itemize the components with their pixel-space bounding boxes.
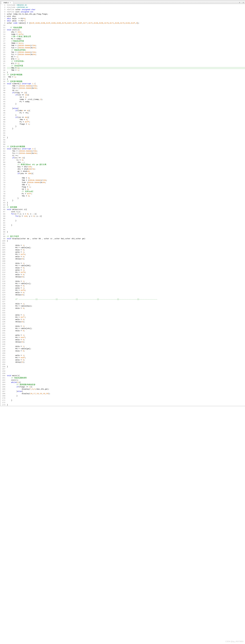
window-close-icon[interactable]: ✕ [242,2,245,4]
code-line[interactable]: } [7,128,245,130]
expand-icon[interactable]: ⬍ [238,2,242,4]
code-line[interactable]: shi = shu%100/10; [7,168,245,170]
code-line[interactable]: // 初始化函数 [7,26,245,29]
code-line[interactable]: flag = 1; [7,186,245,188]
code-line[interactable]: // ----------------||-----------------||… [7,298,245,300]
code-line[interactable]: if(t1 == 2){ [7,157,245,159]
code-line[interactable]: if(t0 == 60){ [7,116,245,118]
code-line[interactable]: dula = 1; [7,280,245,282]
code-line[interactable]: delay(5); [7,294,245,296]
code-line[interactable]: shu --; [7,161,245,164]
code-line[interactable] [7,105,245,107]
code-line[interactable]: wela = 1; [7,269,245,271]
code-line[interactable]: display(7,6,5,bai,shi,ge); [7,388,245,390]
code-line[interactable]: t0 ++; [7,89,245,92]
code-line[interactable]: }else{ [7,107,245,110]
code-line[interactable]: wela = 1; [7,354,245,356]
code-line[interactable]: flag1 = 1; [7,123,245,125]
code-line[interactable]: #define uchar unsigned char [7,8,245,11]
code-line[interactable]: P0 = table[ge]; [7,348,245,350]
code-line[interactable]: delay(5); [7,276,245,278]
code-line[interactable]: ge = shu%10; [7,170,245,172]
code-line[interactable]: uint x,y; [7,210,245,213]
code-line[interactable]: EA = 1; [7,56,245,58]
code-line[interactable]: init(); [7,379,245,381]
code-line[interactable]: //初始化定时器 [7,40,245,42]
code-line[interactable]: t0 = 1; [7,96,245,98]
code-line[interactable] [7,296,245,298]
code-line[interactable]: wela = 0; [7,292,245,294]
code-line[interactable] [7,134,245,136]
code-line[interactable]: P1 = temp; [7,38,245,40]
code-line[interactable]: P0 = table[aa]; [7,246,245,249]
code-line[interactable]: t0 = 0; [7,188,245,190]
code-line[interactable] [7,312,245,314]
code-line[interactable]: TH0 = (65536-50000)/256; [7,179,245,182]
code-line[interactable] [7,143,245,146]
code-line[interactable] [7,242,245,244]
code-line[interactable]: TL1 = (65536-50000)%256; [7,54,245,56]
code-line[interactable]: delay(5); [7,321,245,323]
code-line[interactable] [7,402,245,404]
code-line[interactable] [7,368,245,370]
code-line[interactable]: if(t0 == 10){ [7,94,245,96]
code-line[interactable]: dula = 0; [7,285,245,287]
code-line[interactable]: delay(5); [7,361,245,363]
code-line[interactable]: uchar temp,t0,t1,bai,shi,ge,flag,flag1; [7,13,245,15]
code-line[interactable]: } [7,78,245,80]
code-line[interactable]: } [7,114,245,116]
code-line[interactable]: if(flag1 != 1){ [7,386,245,388]
code-line[interactable] [7,130,245,132]
code-line[interactable]: temp = 0xfe; [7,33,245,36]
code-area[interactable]: #include <REGX52.H>#include <INTRINS.H>#… [6,4,245,406]
code-line[interactable]: // 将我们的bai shi ge 进行分离 [7,164,245,166]
code-line[interactable]: #include <REGX52.H> [7,4,245,6]
code-line[interactable]: if(shu == 398){ [7,172,245,175]
code-line[interactable] [7,139,245,141]
code-line[interactable] [7,132,245,134]
code-line[interactable]: } [7,125,245,128]
code-line[interactable]: TL0= (65536-50000)%256; [7,182,245,184]
code-line[interactable]: wela = 0; [7,338,245,341]
code-line[interactable]: for(x = z; x > 0; x --){ [7,213,245,215]
code-line[interactable] [7,175,245,177]
code-line[interactable] [7,352,245,354]
code-line[interactable]: TR0 = 1; [7,69,245,72]
code-line[interactable]: } [7,197,245,200]
code-line[interactable]: TR0 = 1; [7,76,245,78]
code-line[interactable]: t1 ++; [7,154,245,157]
code-line[interactable]: dula = 1; [7,345,245,348]
code-line[interactable] [7,323,245,325]
code-line[interactable]: uchar code table[] = {0x3F,0x06,0x5B,0x4… [7,22,245,24]
code-line[interactable]: } [7,231,245,233]
code-line[interactable]: // 延时函数 [7,206,245,208]
code-line[interactable]: dula = 1; [7,303,245,305]
code-line[interactable]: dula = 1; [7,262,245,264]
code-line[interactable]: // 初始化定时器1 [7,49,245,51]
code-line[interactable]: } [7,224,245,226]
code-line[interactable]: dula = 1; [7,325,245,327]
code-line[interactable]: P0 = 0xfe; [7,253,245,256]
code-line[interactable]: #define uint unsigned int [7,11,245,13]
code-line[interactable]: uint shu; [7,15,245,18]
code-line[interactable]: shu = 432; [7,31,245,33]
code-line[interactable] [7,397,245,399]
code-line[interactable]: void timer0() interrupt 1 { [7,82,245,85]
code-line[interactable]: TR0 = 0; [7,118,245,121]
code-line[interactable] [7,217,245,220]
code-line[interactable] [7,310,245,312]
code-line[interactable]: wela = 1; [7,314,245,316]
code-line[interactable]: P0 = table[shi]; [7,327,245,330]
code-line[interactable] [7,343,245,345]
code-line[interactable]: #include <INTRINS.H> [7,6,245,8]
code-line[interactable]: P0 = 0xfb; [7,289,245,292]
code-line[interactable]: P0 = 0xdf; [7,356,245,359]
code-line[interactable]: void init(){ [7,29,245,31]
code-line[interactable]: if(flag != 1){ [7,92,245,94]
code-line[interactable]: } [7,404,245,406]
code-line[interactable] [7,260,245,262]
code-line[interactable]: P0 = 0xef; [7,336,245,338]
code-line[interactable]: dula = 0; [7,350,245,352]
code-line[interactable]: dula = 0; [7,249,245,251]
code-line[interactable] [7,228,245,231]
